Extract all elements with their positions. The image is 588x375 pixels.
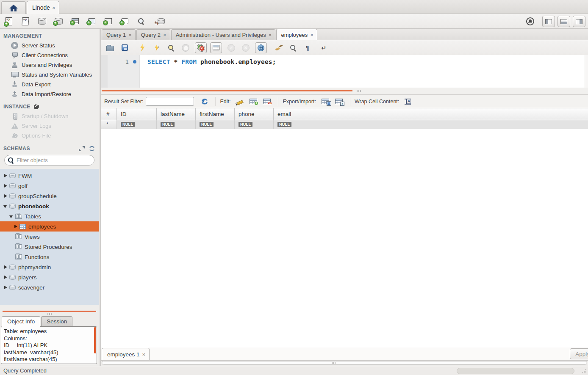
sidebar-item-client-connections[interactable]: Client Connections [0, 50, 99, 60]
expand-arrow-icon[interactable] [3, 264, 8, 270]
connection-info-button[interactable] [36, 16, 47, 27]
save-script-button[interactable] [119, 43, 130, 53]
edit-record-button[interactable] [236, 98, 244, 105]
show-invisibles-button[interactable] [302, 43, 313, 53]
tree-item-views[interactable]: Views [0, 232, 99, 242]
tab-employees-1[interactable]: employees 1× [102, 348, 150, 360]
column-header-lastname[interactable]: lastName [157, 108, 196, 120]
statusbar-scrollbar-thumb[interactable] [457, 368, 574, 374]
column-header-firstname[interactable]: firstName [196, 108, 235, 120]
new-function-button[interactable] [119, 16, 130, 27]
execute-current-button[interactable] [152, 43, 162, 53]
new-routine-button[interactable] [103, 16, 114, 27]
column-header-phone[interactable]: phone [235, 108, 274, 120]
wrap-cell-content-button[interactable] [405, 99, 411, 105]
tab-session[interactable]: Session [41, 316, 72, 327]
tab-object-info[interactable]: Object Info [2, 316, 40, 327]
toggle-wrap-button[interactable] [319, 43, 329, 53]
close-icon[interactable]: × [52, 5, 55, 11]
sidebar-item-users-privileges[interactable]: Users and Privileges [0, 60, 99, 70]
new-connection-button[interactable] [53, 16, 64, 27]
commit-button[interactable] [226, 43, 236, 53]
notifications-button[interactable] [524, 16, 535, 27]
cell-firstname[interactable]: NULL [196, 120, 235, 129]
expand-arrow-icon[interactable] [3, 274, 8, 280]
schema-item-phpmyadmin[interactable]: phpmyadmin [0, 262, 99, 272]
close-icon[interactable]: × [310, 32, 313, 38]
column-header-row-number[interactable]: # [101, 108, 117, 120]
stop-button[interactable] [180, 43, 191, 53]
horizontal-scrollbar[interactable] [101, 361, 588, 366]
expand-arrow-icon[interactable] [3, 173, 8, 179]
refresh-schemas-icon[interactable] [89, 146, 95, 152]
tab-query-2[interactable]: Query 2× [136, 29, 170, 40]
column-header-id[interactable]: ID [117, 108, 157, 120]
tree-item-stored-procedures[interactable]: Stored Procedures [0, 242, 99, 252]
tree-item-tables[interactable]: Tables [0, 211, 99, 221]
cell-phone[interactable]: NULL [235, 120, 274, 129]
sidebar-item-data-import[interactable]: Data Import/Restore [0, 89, 99, 99]
tree-item-employees[interactable]: employees [0, 221, 99, 232]
close-icon[interactable]: × [269, 32, 272, 38]
window-resize-grip[interactable] [582, 369, 587, 374]
sidebar-item-server-logs[interactable]: Server Logs [0, 121, 99, 131]
result-filter-input[interactable] [146, 97, 194, 106]
expand-arrow-icon[interactable] [13, 223, 19, 229]
close-icon[interactable]: × [128, 32, 132, 38]
open-sql-script-button[interactable] [20, 16, 31, 27]
editor-results-splitter[interactable] [101, 88, 588, 94]
new-table-button[interactable] [69, 16, 80, 27]
sidebar-item-system-variables[interactable]: Status and System Variables [0, 70, 99, 80]
connection-tab[interactable]: Linode × [27, 1, 59, 14]
schema-filter-input[interactable] [17, 157, 91, 163]
export-recordset-button[interactable] [322, 99, 329, 104]
toggle-output-area-button[interactable] [557, 16, 570, 27]
explain-button[interactable] [166, 43, 176, 53]
beautify-button[interactable] [274, 43, 284, 53]
expand-arrow-icon[interactable] [3, 193, 8, 199]
sidebar-splitter-handle[interactable] [0, 312, 99, 315]
expand-arrow-icon[interactable] [3, 284, 8, 290]
apply-button[interactable]: Apply [570, 348, 588, 359]
tab-query-1[interactable]: Query 1× [102, 29, 136, 40]
tab-administration[interactable]: Administration - Users and Privileges× [171, 29, 276, 40]
toggle-stop-on-error-button[interactable] [195, 42, 207, 53]
execute-button[interactable] [137, 43, 147, 53]
schema-item-golf[interactable]: golf [0, 181, 99, 191]
scrollbar-track[interactable] [102, 361, 587, 365]
open-script-button[interactable] [105, 43, 115, 53]
expand-panel-icon[interactable] [78, 146, 85, 152]
editor-scrollbar[interactable] [585, 55, 588, 88]
cell-id[interactable]: NULL [117, 120, 157, 129]
table-row-new[interactable]: * NULL NULL NULL NULL NULL [101, 120, 588, 129]
home-tab[interactable] [1, 1, 26, 14]
close-icon[interactable]: × [142, 352, 146, 357]
close-icon[interactable]: × [163, 32, 166, 38]
schema-item-scavenger[interactable]: scavenger [0, 282, 99, 292]
refresh-button[interactable] [201, 98, 208, 105]
toggle-autocommit-button[interactable] [255, 42, 267, 53]
collapse-arrow-icon[interactable] [3, 203, 8, 209]
expand-arrow-icon[interactable] [3, 183, 8, 189]
sidebar-item-startup-shutdown[interactable]: Startup / Shutdown [0, 111, 99, 121]
sidebar-item-options-file[interactable]: Options File [0, 131, 99, 141]
schema-item-groupschedule[interactable]: groupSchedule [0, 191, 99, 201]
insert-row-button[interactable]: + [250, 99, 257, 104]
new-view-button[interactable] [86, 16, 97, 27]
cell-lastname[interactable]: NULL [157, 120, 196, 129]
toggle-sidebar-button[interactable] [542, 16, 555, 27]
table-data-search-button[interactable] [136, 16, 147, 27]
import-records-button[interactable]: ↑ [335, 99, 343, 104]
schema-item-fwm[interactable]: FWM [0, 171, 99, 181]
sidebar-item-server-status[interactable]: Server Status [0, 41, 99, 50]
delete-row-button[interactable]: - [263, 99, 271, 104]
rollback-button[interactable] [241, 43, 251, 53]
limit-rows-button[interactable] [210, 42, 222, 53]
toggle-secondary-sidebar-button[interactable] [573, 16, 585, 27]
tab-employees[interactable]: employees× [276, 29, 317, 40]
cell-email[interactable]: NULL [274, 120, 588, 129]
find-button[interactable] [288, 43, 298, 53]
collapse-arrow-icon[interactable] [8, 213, 14, 219]
tree-item-functions[interactable]: Functions [0, 252, 99, 262]
result-grid-body[interactable] [101, 129, 588, 347]
